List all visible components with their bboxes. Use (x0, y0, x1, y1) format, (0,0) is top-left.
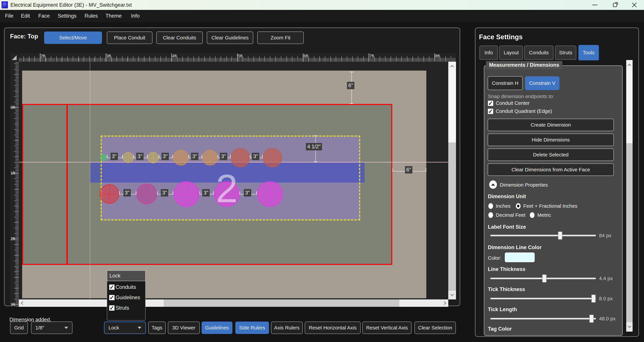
toolbar-button-zoom-fit[interactable]: Zoom Fit (257, 32, 304, 44)
conduit[interactable] (231, 148, 250, 167)
conduit[interactable] (257, 181, 283, 207)
bottom-button-reset-horizontal-axis[interactable]: Reset Horizontal Axis (305, 322, 360, 334)
drawing-canvas[interactable]: 3"3"3"3"3"3"3"3"3"3"6"6"4 1/2" 2 (19, 62, 448, 300)
lock-popup-item-guidelines[interactable]: ✓Guidelines (109, 294, 145, 301)
scroll-down-icon[interactable] (448, 291, 456, 300)
checkbox-conduits[interactable]: ✓ (109, 284, 114, 290)
radio-inches[interactable] (488, 203, 493, 209)
vertical-guideline[interactable] (90, 62, 90, 300)
left-ruler[interactable]: 0ft1ft2ft3ft (10, 62, 19, 307)
canvas-vertical-scrollbar[interactable] (448, 62, 456, 300)
panel-scrollbar[interactable] (626, 60, 632, 332)
conduit[interactable] (148, 152, 159, 163)
dimension-label[interactable]: 3" (202, 189, 210, 196)
slider-thumb[interactable] (589, 315, 594, 323)
toolbar-button-clear-guidelines[interactable]: Clear Guidelines (207, 32, 253, 44)
toolbar-button-place-conduit[interactable]: Place Conduit (107, 32, 152, 44)
slider-thumb[interactable] (591, 294, 596, 302)
slider-track[interactable] (490, 278, 596, 279)
conduit[interactable] (174, 181, 199, 207)
ruler-corner[interactable] (10, 53, 19, 62)
bottom-button-grid[interactable]: Grid (10, 322, 28, 334)
radio-feet-fractional-inches[interactable] (516, 203, 520, 209)
bottom-button-clear-selection[interactable]: Clear Selection (414, 322, 456, 334)
radio-metric[interactable] (530, 212, 534, 218)
dimension-label[interactable]: 6" (347, 82, 354, 89)
tab-tools[interactable]: Tools (578, 45, 599, 60)
scroll-left-icon[interactable] (19, 300, 26, 307)
panel-scroll-down-icon[interactable] (626, 322, 632, 332)
slider-thumb[interactable] (558, 232, 562, 240)
dimension-label[interactable]: 3" (252, 153, 259, 160)
slider-thumb[interactable] (542, 274, 546, 282)
checkbox-conduit-center[interactable]: ✓ (488, 100, 493, 106)
bottom-button-lock[interactable]: Lock (104, 322, 146, 334)
maximize-button[interactable] (608, 0, 622, 10)
bottom-button-reset-vertical-axis[interactable]: Reset Vertical Axis (362, 322, 412, 334)
slider-track[interactable] (490, 298, 596, 300)
tab-conduits[interactable]: Conduits (524, 46, 554, 60)
scroll-up-icon[interactable] (448, 62, 456, 70)
dimension-label[interactable]: 3" (220, 153, 227, 160)
conduit[interactable] (136, 184, 157, 204)
top-ruler[interactable]: 2ft3ft4ft5ft6ft7ft8ft (19, 53, 456, 62)
conduit-selected[interactable] (100, 184, 119, 204)
panel-button-clear-dimensions-from-active-face[interactable]: Clear Dimensions from Active Face (488, 164, 614, 176)
dimension-label[interactable]: 3" (124, 189, 131, 196)
slider-track[interactable] (490, 235, 596, 236)
dimension-label[interactable]: 3" (161, 189, 168, 196)
radio-decimal-feet[interactable] (488, 212, 493, 218)
bottom-button-side-rulers[interactable]: Side Rulers (235, 322, 269, 334)
conduit[interactable] (202, 150, 218, 166)
close-button[interactable] (627, 0, 642, 10)
tab-layout[interactable]: Layout (500, 46, 523, 60)
dimension-label[interactable]: 3" (110, 153, 118, 160)
panel-scroll-thumb[interactable] (626, 70, 632, 143)
slider-track[interactable] (490, 318, 596, 320)
menu-item-rules[interactable]: Rules (84, 13, 98, 19)
menu-item-face[interactable]: Face (38, 13, 50, 19)
checkbox-struts[interactable]: ✓ (109, 305, 114, 311)
conduit[interactable] (173, 150, 189, 166)
dimension-label[interactable]: 3" (162, 153, 169, 160)
menu-item-theme[interactable]: Theme (106, 13, 122, 19)
dimension-label[interactable]: 6" (405, 166, 412, 174)
menu-item-file[interactable]: File (5, 13, 14, 19)
lock-popup-item-conduits[interactable]: ✓Conduits (109, 284, 145, 290)
vertical-scroll-thumb[interactable] (448, 70, 456, 142)
menu-item-settings[interactable]: Settings (58, 13, 76, 19)
bottom-button-tags[interactable]: Tags (148, 322, 166, 334)
toolbar-button-select-move[interactable]: Select/Move (44, 32, 102, 44)
checkbox-conduit-quadrant-edge-[interactable]: ✓ (488, 109, 493, 114)
panel-button-create-dimension[interactable]: Create Dimension (488, 119, 614, 131)
toolbar-button-clear-conduits[interactable]: Clear Conduits (156, 32, 203, 44)
lock-popup-item-struts[interactable]: ✓Struts (109, 304, 145, 311)
tab-info[interactable]: Info (480, 46, 498, 60)
conduit[interactable] (100, 154, 107, 161)
dimension-label[interactable]: 3" (191, 153, 198, 160)
bottom-button-1-8-[interactable]: 1/8" (31, 322, 72, 334)
panel-scroll-up-icon[interactable] (626, 60, 632, 70)
dimension-properties-toggle[interactable] (489, 180, 497, 189)
menu-item-info[interactable]: Info (131, 13, 140, 19)
panel-button-hide-dimensions[interactable]: Hide Dimensions (488, 134, 614, 146)
panel-button-delete-selected[interactable]: Delete Selected (488, 148, 614, 161)
conduit[interactable] (263, 148, 282, 167)
dimension-label[interactable]: 3" (244, 189, 251, 196)
dimension-label[interactable]: 3" (136, 153, 144, 160)
checkbox-guidelines[interactable]: ✓ (109, 295, 114, 300)
bottom-button-3d-viewer[interactable]: 3D Viewer (168, 322, 200, 334)
dimension-label[interactable]: 4 1/2" (306, 143, 322, 150)
dimension-line-color-swatch[interactable] (505, 252, 535, 262)
minimize-button[interactable] (587, 0, 602, 10)
tab-struts[interactable]: Struts (555, 46, 576, 60)
canvas-horizontal-scrollbar[interactable] (19, 300, 448, 307)
menu-item-edit[interactable]: Edit (21, 13, 30, 19)
constrain-h-button[interactable]: Constrain H (488, 76, 522, 90)
bottom-button-guidelines[interactable]: Guidelines (202, 322, 232, 334)
conduit[interactable] (123, 152, 134, 163)
constrain-v-button[interactable]: Constrain V (525, 76, 560, 90)
horizontal-scroll-thumb[interactable] (164, 300, 399, 307)
scroll-right-icon[interactable] (440, 300, 448, 307)
bottom-button-axis-rulers[interactable]: Axis Rulers (271, 322, 303, 334)
